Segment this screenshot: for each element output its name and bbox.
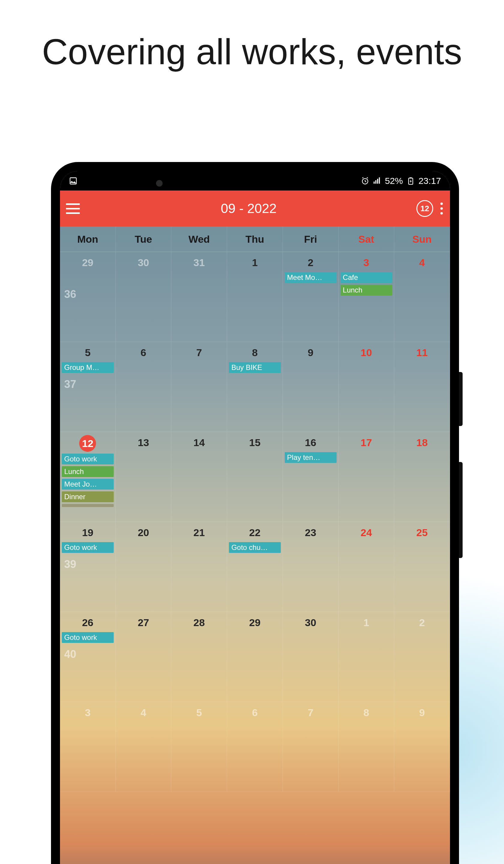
day-number: 7: [285, 705, 337, 720]
week-number: 40: [64, 648, 76, 661]
signal-icon: [373, 177, 381, 185]
day-number: 4: [118, 705, 169, 720]
calendar-day[interactable]: 9: [283, 342, 339, 432]
day-number: 2: [285, 255, 337, 270]
calendar-day[interactable]: 21: [171, 522, 227, 612]
day-number: 24: [340, 525, 392, 540]
calendar-day[interactable]: 6: [116, 342, 171, 432]
calendar-day[interactable]: 30: [283, 612, 339, 702]
day-number: 5: [173, 705, 225, 720]
calendar-day[interactable]: 7: [283, 702, 339, 792]
day-number: 19: [62, 525, 114, 540]
day-number: 26: [62, 615, 114, 630]
calendar-day[interactable]: 5: [171, 702, 227, 792]
calendar-day[interactable]: 18: [394, 432, 450, 522]
calendar-day[interactable]: 31: [171, 252, 227, 342]
calendar-day[interactable]: 10: [339, 342, 395, 432]
calendar-day[interactable]: 14: [171, 432, 227, 522]
day-number: 29: [229, 615, 281, 630]
month-year-title[interactable]: 09 - 2022: [81, 201, 416, 216]
alarm-icon: [361, 177, 369, 185]
day-number: 5: [62, 345, 114, 360]
calendar-day[interactable]: 3: [60, 702, 116, 792]
day-number: 3: [62, 705, 114, 720]
event-chip[interactable]: Goto chu…: [229, 542, 281, 553]
event-chip[interactable]: Goto work: [62, 632, 114, 643]
day-number: 8: [229, 345, 281, 360]
day-number: 16: [285, 435, 337, 450]
calendar-day[interactable]: 4: [394, 252, 450, 342]
battery-charging-icon: [407, 177, 415, 185]
calendar-day[interactable]: 2936: [60, 252, 116, 342]
calendar-day[interactable]: 20: [116, 522, 171, 612]
calendar-day[interactable]: 1: [339, 612, 395, 702]
day-number: 20: [118, 525, 169, 540]
marketing-headline: Covering all works, events: [0, 0, 504, 91]
calendar-day[interactable]: 1: [227, 252, 283, 342]
day-number: 22: [229, 525, 281, 540]
event-chip[interactable]: Dinner: [62, 491, 114, 502]
calendar-day[interactable]: 16Play ten…: [283, 432, 339, 522]
day-number: 29: [62, 255, 114, 270]
more-options-button[interactable]: [439, 201, 444, 216]
day-number: 21: [173, 525, 225, 540]
calendar-day[interactable]: 11: [394, 342, 450, 432]
event-chip[interactable]: Cafe: [340, 272, 392, 283]
calendar-day[interactable]: 27: [116, 612, 171, 702]
today-button[interactable]: 12: [416, 200, 433, 217]
event-chip[interactable]: Goto work: [62, 454, 114, 464]
event-chip[interactable]: Play ten…: [285, 452, 337, 463]
calendar-day[interactable]: 9: [394, 702, 450, 792]
day-number: 8: [340, 705, 392, 720]
calendar-day[interactable]: 17: [339, 432, 395, 522]
day-number: 3: [340, 255, 392, 270]
calendar-day[interactable]: 3CafeLunch: [339, 252, 395, 342]
calendar-day[interactable]: 8: [339, 702, 395, 792]
calendar-day[interactable]: 4: [116, 702, 171, 792]
calendar-day[interactable]: 6: [227, 702, 283, 792]
day-number: 23: [285, 525, 337, 540]
phone-side-button: [459, 462, 463, 558]
battery-percent: 52%: [385, 176, 403, 186]
calendar-day[interactable]: 2: [394, 612, 450, 702]
calendar-day[interactable]: 29: [227, 612, 283, 702]
day-number: 6: [229, 705, 281, 720]
calendar-day[interactable]: 24: [339, 522, 395, 612]
day-number: 1: [229, 255, 281, 270]
calendar-day[interactable]: 7: [171, 342, 227, 432]
calendar-day[interactable]: 13: [116, 432, 171, 522]
calendar-day[interactable]: 15: [227, 432, 283, 522]
event-chip[interactable]: Buy BIKE: [229, 362, 281, 373]
calendar-day[interactable]: 12Goto workLunchMeet Jo…Dinner: [60, 432, 116, 522]
calendar-day[interactable]: 28: [171, 612, 227, 702]
more-events-indicator[interactable]: [62, 504, 114, 507]
event-chip[interactable]: Meet Jo…: [62, 479, 114, 490]
calendar-day[interactable]: 23: [283, 522, 339, 612]
calendar-day[interactable]: 8Buy BIKE: [227, 342, 283, 432]
calendar-grid: 2936303112Meet Mo…3CafeLunch4537Group M……: [60, 252, 450, 792]
weekday-label: Mon: [60, 227, 116, 252]
day-number: 13: [118, 435, 169, 450]
event-chip[interactable]: Group M…: [62, 362, 114, 373]
day-number: 31: [173, 255, 225, 270]
status-bar: 52% 23:17: [60, 171, 450, 191]
day-number: 11: [396, 345, 448, 360]
calendar-day[interactable]: 22Goto chu…: [227, 522, 283, 612]
event-chip[interactable]: Lunch: [62, 466, 114, 477]
svg-rect-3: [409, 177, 411, 179]
calendar-day[interactable]: 537Group M…: [60, 342, 116, 432]
phone-side-button: [459, 372, 463, 426]
image-icon: [69, 177, 77, 185]
event-chip[interactable]: Goto work: [62, 542, 114, 553]
day-number: 27: [118, 615, 169, 630]
calendar-day[interactable]: 2Meet Mo…: [283, 252, 339, 342]
event-chip[interactable]: Meet Mo…: [285, 272, 337, 283]
calendar-day[interactable]: 1939Goto work: [60, 522, 116, 612]
calendar-day[interactable]: 2640Goto work: [60, 612, 116, 702]
weekday-label: Fri: [283, 227, 339, 252]
event-chip[interactable]: Lunch: [340, 285, 392, 296]
day-number: 15: [229, 435, 281, 450]
menu-button[interactable]: [66, 201, 81, 216]
calendar-day[interactable]: 30: [116, 252, 171, 342]
calendar-day[interactable]: 25: [394, 522, 450, 612]
